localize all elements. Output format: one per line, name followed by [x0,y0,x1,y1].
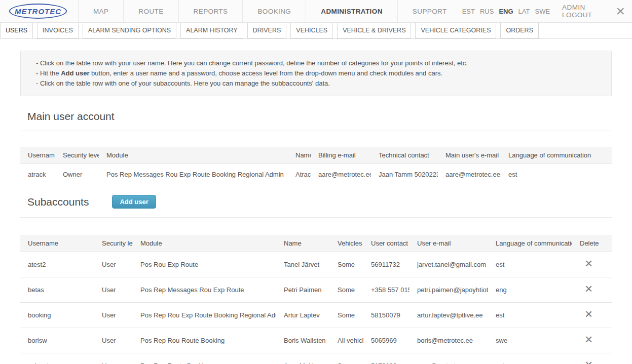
cell-security-level: User [94,328,133,353]
subaccount-row-betas[interactable]: betas User Pos Rep Messages Rou Exp Rout… [20,277,612,303]
instruction-line-2-pre: - Hit the [36,69,61,77]
cell-module: Pos Rep Route Booking [133,353,276,364]
col-user-contact: User contact [363,235,410,252]
tab-vehicle-categories[interactable]: VEHICLE CATEGORIES [415,23,496,38]
col-main-user-email: Main user's e-mail [438,147,501,164]
tab-alarm-history[interactable]: ALARM HISTORY [180,23,243,38]
cell-username: betas [20,277,94,303]
language-est[interactable]: EST [462,8,475,15]
delete-icon[interactable]: × [580,336,592,343]
divider [20,217,612,218]
instruction-line-3: - Click on the table row with one of you… [36,78,604,89]
cell-name: Artur Laptev [276,303,330,328]
main-account-row-atrack[interactable]: atrack Owner Pos Rep Messages Rou Exp Ro… [20,164,612,185]
subaccount-row-borisw[interactable]: borisw User Pos Rep Rou Route Booking Bo… [20,328,612,353]
page-content: - Click on the table row with your user … [20,51,612,364]
cell-security-level: Owner [55,164,99,185]
admin-logout-button[interactable]: ADMIN LOGOUT [562,4,603,19]
cell-language: est [488,303,572,328]
logo-container: METROTEC [0,0,78,22]
cell-name: Tanel Järvet [276,252,330,277]
cell-name: Atrack [288,164,311,185]
nav-item-route[interactable]: ROUTE [123,0,178,22]
cell-vehicles: Some [330,303,363,328]
tab-vehicles[interactable]: VEHICLES [290,23,333,38]
language-rus[interactable]: RUS [480,8,494,15]
cell-user-contact: 58150079 [363,303,410,328]
nav-item-reports[interactable]: REPORTS [178,0,243,22]
tab-vehicle-and-drivers[interactable]: VEHICLE & DRIVERS [337,23,411,38]
cell-billing-email: aare@metrotec.ee [311,164,371,185]
cell-module: Pos Rep Messages Rou Exp Route Booking R… [99,164,288,185]
instructions-box: - Click on the table row with your user … [20,51,612,96]
language-lat[interactable]: LAT [518,8,530,15]
cell-username: booking [20,303,94,328]
subaccounts-title-row: Subaccounts Add user [20,195,612,209]
subaccounts-table: Username Security level Module Name Vehi… [20,235,612,364]
delete-icon[interactable]: × [580,285,592,292]
cell-module: Pos Rep Messages Rou Exp Route [133,277,276,303]
cell-username: calvest [20,353,94,364]
tab-alarm-sending-options[interactable]: ALARM SENDING OPTIONS [83,23,176,38]
admin-tab-bar: USERS INVOICES ALARM SENDING OPTIONS ALA… [0,23,632,39]
col-vehicles: Vehicles [330,235,363,252]
instruction-line-2-bold: Add user [61,69,89,77]
cell-user-contact: 5065969 [363,328,410,353]
col-security-level: Security level [55,147,99,164]
cell-user-email: boris@metrotec.ee [410,328,488,353]
subaccount-row-calvest[interactable]: calvest User Pos Rep Route Booking Aare … [20,353,612,364]
cell-user-contact: 56911732 [363,252,410,277]
cell-language: swe [488,328,572,353]
tab-orders[interactable]: ORDERS [500,23,538,38]
tab-invoices[interactable]: INVOICES [37,23,79,38]
cell-language: est [488,353,572,364]
cell-module: Pos Rep Rou Exp Route Booking Regional A… [133,303,276,328]
cell-username: atest2 [20,252,94,277]
col-name: Name [288,147,311,164]
cell-security-level: User [94,252,133,277]
language-eng[interactable]: ENG [499,8,513,15]
main-account-title: Main user account [27,110,612,123]
col-delete: Delete [572,235,612,252]
cell-vehicles: Some [330,277,363,303]
cell-vehicles: Some [330,252,363,277]
top-header: METROTEC MAP ROUTE REPORTS BOOKING ADMIN… [0,0,632,23]
cell-language: eng [488,277,572,303]
delete-icon[interactable]: × [580,260,592,267]
metrotec-logo: METROTEC [9,4,67,19]
add-user-button[interactable]: Add user [112,195,156,209]
col-language: Language of communication [501,147,612,164]
nav-item-support[interactable]: SUPPORT [397,0,462,22]
delete-icon[interactable]: × [580,361,592,364]
tab-drivers[interactable]: DRIVERS [247,23,287,38]
tab-users[interactable]: USERS [0,23,33,38]
subaccount-row-booking[interactable]: booking User Pos Rep Rou Exp Route Booki… [20,303,612,328]
col-module: Module [99,147,288,164]
cell-user-contact: +358 557 0155 [363,277,410,303]
logo-text: METROTEC [15,7,61,16]
cell-security-level: User [94,277,133,303]
cell-name: Aare Mukk [276,353,330,364]
main-account-header-row: Username Security level Module Name Bill… [20,147,612,164]
col-username: Username [20,147,55,164]
subaccount-row-atest2[interactable]: atest2 User Pos Rou Exp Route Tanel Järv… [20,252,612,277]
cell-vehicles: All vehicles [330,328,363,353]
delete-icon[interactable]: × [580,310,592,317]
col-username: Username [20,235,94,252]
col-billing-email: Billing e-mail [311,147,371,164]
close-icon[interactable]: × [616,6,625,16]
col-user-email: User e-mail [410,235,488,252]
col-module: Module [133,235,276,252]
nav-item-booking[interactable]: BOOKING [242,0,306,22]
nav-item-administration[interactable]: ADMINISTRATION [306,0,397,22]
subaccounts-title: Subaccounts [27,196,89,208]
instruction-line-1: - Click on the table row with your user … [36,58,604,68]
cell-user-contact: 5176180 [363,353,410,364]
cell-language: est [488,252,572,277]
language-swe[interactable]: SWE [535,8,550,15]
divider [20,131,612,131]
cell-module: Pos Rou Exp Route [133,252,276,277]
instruction-line-2: - Hit the Add user button, enter a user … [36,68,604,78]
cell-language: est [501,164,612,185]
nav-item-map[interactable]: MAP [78,0,123,22]
